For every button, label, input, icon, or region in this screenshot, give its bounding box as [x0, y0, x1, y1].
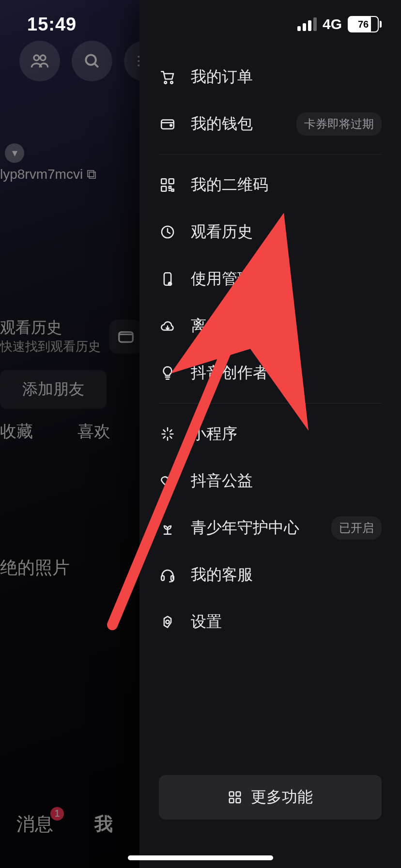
svg-rect-8 [161, 179, 166, 184]
menu-item-label: 抖音公益 [191, 470, 382, 492]
bulb-icon [159, 364, 176, 382]
svg-rect-20 [236, 799, 241, 803]
cart-icon [159, 68, 176, 86]
history-card-sub: 快速找到观看历史 [0, 338, 101, 355]
svg-point-2 [86, 55, 96, 65]
more-functions-button[interactable]: 更多功能 [159, 775, 382, 820]
menu-item-qrcode[interactable]: 我的二维码 [159, 161, 382, 208]
user-id-text: lyp8rvm7mcvi ⧉ [0, 167, 96, 183]
svg-point-1 [40, 55, 46, 61]
menu-item-label: 我的客服 [191, 564, 382, 586]
svg-point-5 [170, 81, 173, 84]
menu-item-cart[interactable]: 我的订单 [159, 53, 382, 100]
home-indicator[interactable] [128, 855, 273, 860]
qrcode-icon [159, 176, 176, 194]
svg-rect-18 [236, 792, 241, 796]
svg-rect-14 [161, 575, 164, 580]
menu-item-tag: 卡券即将过期 [296, 112, 382, 136]
photo-section-title: 绝的照片 [0, 556, 70, 580]
tab-likes[interactable]: 喜欢 [77, 420, 110, 443]
menu-item-sprout[interactable]: 青少年守护中心已开启 [159, 504, 382, 551]
menu-item-label: 我的订单 [191, 66, 382, 88]
nav-messages[interactable]: 消息 1 [16, 812, 53, 837]
svg-point-0 [34, 55, 39, 61]
svg-rect-19 [230, 799, 234, 803]
svg-point-4 [164, 81, 167, 84]
menu-item-gear[interactable]: 设置 [159, 598, 382, 645]
spark-icon [159, 425, 176, 443]
menu-item-phone[interactable]: 使用管理助手 [159, 255, 382, 302]
chevron-down-icon[interactable]: ▾ [5, 143, 24, 163]
menu-item-bulb[interactable]: 抖音创作者中心 [159, 349, 382, 396]
svg-rect-3 [119, 332, 133, 342]
menu-item-label: 使用管理助手 [191, 268, 382, 290]
menu-item-label: 小程序 [191, 423, 382, 445]
gear-icon [159, 613, 176, 631]
menu-item-headset[interactable]: 我的客服 [159, 551, 382, 598]
wallet-icon [159, 115, 176, 133]
side-drawer: 我的订单我的钱包卡券即将过期我的二维码观看历史使用管理助手离线模式抖音创作者中心… [139, 0, 401, 868]
svg-point-16 [166, 620, 169, 623]
menu-item-clock[interactable]: 观看历史 [159, 208, 382, 255]
menu-item-label: 青少年守护中心 [191, 517, 331, 539]
svg-point-7 [170, 124, 171, 126]
battery-icon: 76 [348, 16, 382, 32]
add-friend-button[interactable]: 添加朋友 [0, 370, 107, 409]
menu-item-label: 我的二维码 [191, 174, 382, 196]
headset-icon [159, 566, 176, 584]
cloud-icon [159, 317, 176, 335]
phone-icon [159, 270, 176, 288]
heart-icon [159, 472, 176, 490]
wallet-shortcut-icon[interactable] [109, 320, 143, 354]
svg-rect-17 [230, 792, 234, 796]
status-time: 15:49 [19, 14, 77, 35]
menu-item-cloud[interactable]: 离线模式 [159, 302, 382, 349]
svg-rect-15 [171, 575, 174, 580]
svg-rect-10 [161, 186, 166, 191]
menu-item-label: 抖音创作者中心 [191, 362, 382, 384]
tab-favorites[interactable]: 收藏 [0, 420, 33, 443]
menu-item-label: 设置 [191, 611, 382, 633]
nav-me[interactable]: 我 [94, 812, 113, 837]
menu-item-label: 离线模式 [191, 315, 382, 337]
menu-item-label: 观看历史 [191, 221, 382, 243]
menu-item-wallet[interactable]: 我的钱包卡券即将过期 [159, 100, 382, 147]
grid-icon [228, 790, 242, 805]
network-label: 4G [323, 16, 342, 32]
clock-icon [159, 223, 176, 241]
menu-divider [159, 154, 382, 155]
signal-icon [297, 17, 317, 31]
menu-divider [159, 403, 382, 403]
status-bar: 15:49 4G 76 [0, 0, 401, 48]
svg-rect-9 [169, 179, 174, 184]
sprout-icon [159, 519, 176, 537]
menu-item-label: 我的钱包 [191, 113, 296, 135]
nav-messages-badge: 1 [50, 807, 64, 821]
menu-item-heart[interactable]: 抖音公益 [159, 457, 382, 504]
menu-item-spark[interactable]: 小程序 [159, 410, 382, 457]
more-functions-label: 更多功能 [251, 787, 313, 808]
menu-item-tag: 已开启 [331, 516, 382, 540]
history-card-title[interactable]: 观看历史 [0, 317, 62, 339]
